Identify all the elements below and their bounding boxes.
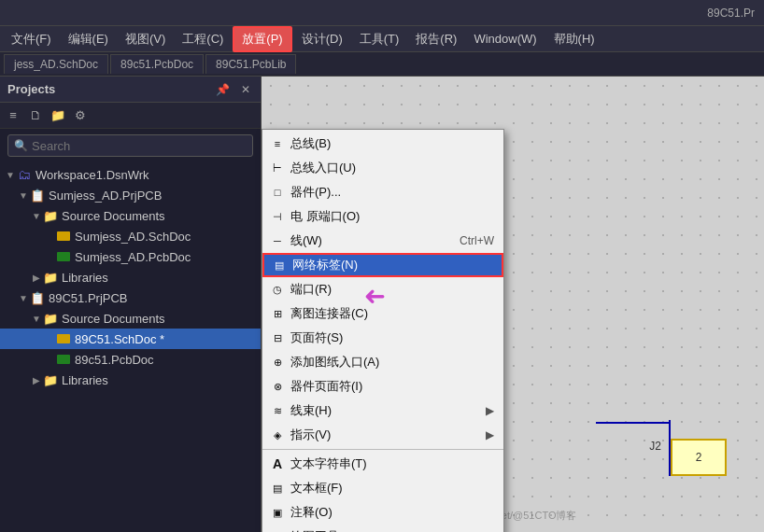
dropdown-wire[interactable]: ─ 线(W) Ctrl+W — [262, 229, 503, 253]
window-title: 89C51.Pr — [707, 7, 755, 20]
power-port-label: 电 原端口(O) — [290, 208, 360, 225]
dropdown-port[interactable]: ◷ 端口(R) — [262, 277, 503, 301]
port-label: 端口(R) — [290, 281, 332, 298]
dropdown-part[interactable]: □ 器件(P)... — [262, 180, 503, 204]
harness-icon: ≋ — [268, 405, 287, 417]
port-icon: ◷ — [268, 284, 287, 296]
offpage-label: 离图连接器(C) — [290, 305, 368, 322]
dropdown-textstr[interactable]: A 文本字符串(T) — [262, 452, 503, 476]
offpage-icon: ⊞ — [268, 308, 287, 320]
panel-header: Projects 📌 ✕ — [0, 77, 261, 103]
divider-1 — [262, 449, 503, 450]
dropdown-bus-entry[interactable]: ⊢ 总线入口(U) — [262, 156, 503, 180]
c51-schdoc-label: 89C51.SchDoc * — [75, 332, 164, 346]
addentry-label: 添加图纸入口(A) — [290, 354, 379, 371]
tab-bar: jess_AD.SchDoc 89c51.PcbDoc 89C51.PcbLib — [0, 52, 764, 77]
title-bar: 89C51.Pr — [0, 0, 764, 26]
c51-schdoc[interactable]: 89C51.SchDoc * — [0, 329, 261, 349]
drawtool-label: 绘图工具(D) — [290, 528, 356, 532]
close-panel-button[interactable]: ✕ — [238, 82, 253, 97]
main-layout: Projects 📌 ✕ ≡ 🗋 📁 ⚙ 🔍 ▼ 🗂 Workspace1.Ds… — [0, 77, 764, 532]
power-port-icon: ⊣ — [268, 211, 287, 223]
dropdown-addentry[interactable]: ⊕ 添加图纸入口(A) — [262, 350, 503, 374]
source-docs-2[interactable]: ▼ 📁 Source Documents — [0, 308, 261, 329]
dropdown-harness[interactable]: ≋ 线束(H) ▶ — [262, 399, 503, 423]
bus-entry-label: 总线入口(U) — [290, 160, 356, 176]
dropdown-offpage[interactable]: ⊞ 离图连接器(C) — [262, 301, 503, 326]
textbox-label: 文本框(F) — [290, 480, 343, 497]
project2-item[interactable]: ▼ 📋 89C51.PrjPCB — [0, 287, 261, 308]
libraries-1[interactable]: ▶ 📁 Libraries — [0, 267, 261, 287]
panel-title: Projects — [7, 82, 55, 96]
wire-icon: ─ — [268, 235, 287, 246]
libraries-2-label: Libraries — [62, 373, 108, 387]
project1-label: Sumjess_AD.PrjPCB — [49, 189, 162, 203]
project2-label: 89C51.PrjPCB — [49, 291, 128, 305]
sheetsy-icon: ⊟ — [268, 332, 287, 344]
menu-edit[interactable]: 编辑(E) — [61, 28, 116, 50]
sumjess-schdoc-label: Sumjess_AD.SchDoc — [75, 230, 191, 244]
dropdown-note[interactable]: ▣ 注释(O) — [262, 500, 503, 525]
menu-bar: 文件(F) 编辑(E) 视图(V) 工程(C) 放置(P) 设计(D) 工具(T… — [0, 26, 764, 52]
addentry-icon: ⊕ — [268, 357, 287, 369]
bus-entry-icon: ⊢ — [268, 162, 287, 175]
harness-arrow: ▶ — [486, 404, 494, 417]
textstr-label: 文本字符串(T) — [290, 455, 367, 472]
dropdown-drawtool[interactable]: ✏ 绘图工具(D) ▶ — [262, 525, 503, 532]
menu-help[interactable]: 帮助(H) — [546, 28, 602, 50]
menu-place[interactable]: 放置(P) — [233, 26, 291, 52]
tab-pcbdoc[interactable]: 89c51.PcbDoc — [110, 54, 204, 74]
menu-view[interactable]: 视图(V) — [118, 28, 173, 50]
j2-label: J2 — [649, 440, 661, 453]
toolbar-icon-4[interactable]: ⚙ — [71, 106, 90, 125]
tab-pcblib[interactable]: 89C51.PcbLib — [205, 54, 296, 74]
menu-project[interactable]: 工程(C) — [175, 28, 231, 50]
search-box[interactable]: 🔍 — [7, 134, 253, 157]
j2-line-h — [596, 422, 671, 424]
dropdown-directive[interactable]: ◈ 指示(V) ▶ — [262, 423, 503, 447]
workspace-item[interactable]: ▼ 🗂 Workspace1.DsnWrk — [0, 164, 261, 185]
directive-icon: ◈ — [268, 429, 287, 441]
dropdown-busline[interactable]: ≡ 总线(B) — [262, 132, 503, 156]
busline-icon: ≡ — [268, 138, 287, 149]
dropdown-netlabel[interactable]: ▤ 网络标签(N) — [262, 253, 503, 277]
netlabel-icon: ▤ — [270, 259, 289, 272]
project1-item[interactable]: ▼ 📋 Sumjess_AD.PrjPCB — [0, 185, 261, 205]
toolbar-icon-2[interactable]: 🗋 — [26, 106, 45, 125]
menu-tools[interactable]: 工具(T) — [352, 28, 407, 50]
search-input[interactable] — [32, 139, 247, 153]
dropdown-sheetsy[interactable]: ⊟ 页面符(S) — [262, 326, 503, 350]
search-icon: 🔍 — [14, 139, 28, 152]
textbox-icon: ▤ — [268, 483, 287, 495]
tab-schdoc[interactable]: jess_AD.SchDoc — [4, 54, 108, 74]
source-docs-2-label: Source Documents — [62, 312, 165, 326]
menu-reports[interactable]: 报告(R) — [408, 28, 464, 50]
toolbar-icon-3[interactable]: 📁 — [49, 106, 67, 125]
libraries-2[interactable]: ▶ 📁 Libraries — [0, 370, 261, 390]
wire-shortcut: Ctrl+W — [460, 234, 494, 247]
dropdown-textbox[interactable]: ▤ 文本框(F) — [262, 476, 503, 500]
sumjess-pcbdoc[interactable]: Sumjess_AD.PcbDoc — [0, 246, 261, 267]
netlabel-label: 网络标签(N) — [292, 257, 358, 273]
menu-window[interactable]: Window(W) — [466, 29, 544, 49]
part-label: 器件(P)... — [290, 184, 341, 201]
part-icon: □ — [268, 187, 287, 198]
textstr-icon: A — [268, 456, 287, 471]
dropdown-power-port[interactable]: ⊣ 电 原端口(O) — [262, 204, 503, 229]
wire-label: 线(W) — [290, 232, 322, 249]
menu-file[interactable]: 文件(F) — [4, 28, 59, 50]
menu-design[interactable]: 设计(D) — [294, 28, 350, 50]
c51-pcbdoc-label: 89c51.PcbDoc — [75, 353, 154, 367]
note-label: 注释(O) — [290, 504, 332, 521]
sumjess-schdoc[interactable]: Sumjess_AD.SchDoc — [0, 226, 261, 246]
pin-button[interactable]: 📌 — [213, 82, 233, 97]
c51-pcbdoc[interactable]: 89c51.PcbDoc — [0, 349, 261, 370]
busline-label: 总线(B) — [290, 135, 331, 152]
source-docs-1[interactable]: ▼ 📁 Source Documents — [0, 205, 261, 226]
j2-component: 2 — [671, 439, 727, 476]
workspace-label: Workspace1.DsnWrk — [35, 168, 149, 182]
toolbar-icon-1[interactable]: ≡ — [4, 106, 22, 125]
place-dropdown-menu: ≡ 总线(B) ⊢ 总线入口(U) □ 器件(P)... ⊣ 电 原端口(O) … — [262, 129, 504, 532]
j2-value: 2 — [696, 451, 702, 464]
dropdown-compsheet[interactable]: ⊗ 器件页面符(I) — [262, 374, 503, 399]
